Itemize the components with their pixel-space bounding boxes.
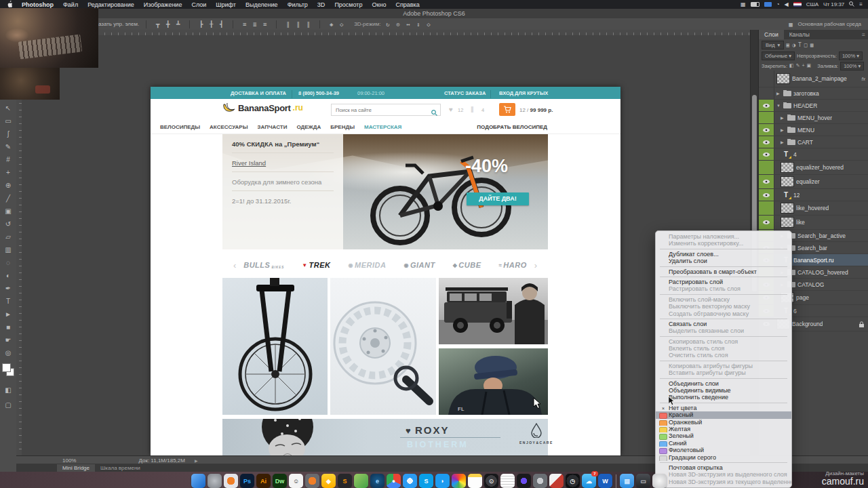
path-selection-tool[interactable]: ► bbox=[1, 308, 15, 321]
eye-visible-icon[interactable] bbox=[759, 136, 774, 148]
3d-scale-icon[interactable]: ◇ bbox=[424, 20, 433, 28]
layer-thumbnail[interactable] bbox=[781, 203, 794, 214]
brand-logo-giant[interactable]: ◉GIANT bbox=[403, 261, 435, 269]
menu-изображение[interactable]: Изображение bbox=[139, 1, 187, 8]
menu-шрифт[interactable]: Шрифт bbox=[211, 1, 241, 8]
layer-row-cart[interactable]: ▶CART bbox=[759, 136, 868, 148]
layer-row-header[interactable]: ▼HEADER bbox=[759, 100, 868, 112]
menu-item-объединить-видимые[interactable]: Объединить видимые bbox=[656, 387, 791, 394]
clone-stamp-tool[interactable]: ▣ bbox=[1, 205, 15, 218]
align-horizontal-centers-icon[interactable]: ╂ bbox=[207, 20, 216, 28]
brand-logo-merida[interactable]: ◉MERIDA bbox=[349, 261, 387, 269]
dock-icon-smiley-app[interactable]: ☺ bbox=[289, 474, 303, 488]
bottom-brand-banner[interactable]: ♥ ROXY BIOTHERM ENJOY&CARE bbox=[222, 419, 548, 455]
menu-item-объединить-слои[interactable]: Объединить слои bbox=[656, 380, 791, 387]
eye-hidden-box[interactable] bbox=[759, 112, 774, 123]
menu-item-зеленый[interactable]: Зеленый bbox=[656, 432, 791, 439]
3d-roll-icon[interactable]: ⊙ bbox=[393, 20, 402, 28]
input-language-label[interactable]: США bbox=[806, 1, 818, 7]
eyedropper-tool[interactable]: + bbox=[1, 166, 15, 179]
distribute-vertical-centers-icon[interactable]: ≣ bbox=[250, 20, 259, 28]
dock-icon-obs[interactable]: ⊙ bbox=[484, 474, 498, 488]
history-brush-tool[interactable]: ↺ bbox=[1, 218, 15, 230]
dock-icon-launchpad[interactable] bbox=[208, 474, 222, 488]
layer-row-equalizer-hovered[interactable]: equalizer_hovered bbox=[759, 161, 868, 175]
menu-photoshop[interactable]: Photoshop bbox=[17, 1, 58, 8]
dock-icon-photoshop[interactable]: Ps bbox=[240, 474, 254, 488]
site-nav-мастерская[interactable]: МАСТЕРСКАЯ bbox=[364, 124, 401, 130]
group-toggle-icon[interactable]: ▶ bbox=[781, 140, 785, 144]
quick-selection-tool[interactable]: ✎ bbox=[1, 140, 15, 153]
eye-visible-icon[interactable] bbox=[759, 124, 774, 136]
foreground-color-swatch[interactable] bbox=[2, 363, 11, 372]
cart-icon[interactable] bbox=[499, 103, 515, 116]
3d-pan-icon[interactable]: ↔ bbox=[403, 20, 412, 28]
menu-фильтр[interactable]: Фильтр bbox=[283, 1, 313, 8]
eye-visible-icon[interactable] bbox=[759, 189, 774, 201]
status-options-arrow-icon[interactable]: ▶ bbox=[195, 458, 198, 463]
shape-tool[interactable]: ■ bbox=[1, 321, 15, 333]
dock-icon-steering-app[interactable] bbox=[533, 474, 547, 488]
site-login-link[interactable]: ВХОД ДЛЯ КРУТЫХ bbox=[499, 90, 548, 96]
photo-man-in-cap[interactable]: FL bbox=[439, 348, 548, 415]
workspace-switcher[interactable]: ▦ Основная рабочая среда bbox=[786, 20, 861, 28]
clock-icon[interactable]: ◔ bbox=[776, 1, 780, 7]
menu-item-дубликат-слоев[interactable]: Дубликат слоев... bbox=[656, 251, 791, 258]
menu-item-выполнить-сведение[interactable]: Выполнить сведение bbox=[656, 394, 791, 401]
dock-icon-sketch[interactable]: ◆ bbox=[321, 474, 336, 488]
site-nav-бренды[interactable]: БРЕНДЫ bbox=[330, 124, 355, 130]
brand-logo-trek[interactable]: ▼TREK bbox=[302, 261, 330, 269]
screen-mode-icon[interactable]: ▢ bbox=[1, 399, 15, 411]
healing-brush-tool[interactable]: ⊕ bbox=[1, 179, 15, 192]
hand-tool[interactable]: ☛ bbox=[1, 333, 15, 346]
layer-row-menu[interactable]: ▶MENU bbox=[759, 124, 868, 136]
blend-mode-select[interactable]: Обычные ▾ bbox=[762, 52, 795, 60]
display-icon[interactable]: ▦ bbox=[741, 1, 746, 7]
filter-kind-select[interactable]: Вид▾ bbox=[762, 41, 784, 49]
dock-icon-leaf-app[interactable] bbox=[354, 474, 368, 488]
banner-cta-button[interactable]: ДАЙТЕ ДВА! bbox=[467, 192, 529, 205]
align-bottom-edges-icon[interactable]: ┻ bbox=[174, 20, 182, 28]
menubar-clock[interactable]: Чт 19:37 bbox=[823, 1, 844, 7]
dock-icon-cloud-app[interactable]: ☁7 bbox=[582, 474, 596, 488]
layer-row-menu-hover[interactable]: ▶MENU_hover bbox=[759, 112, 868, 124]
distribute-top-icon[interactable]: ≡ bbox=[240, 20, 249, 28]
notification-center-icon[interactable]: ≡ bbox=[859, 1, 863, 7]
volume-icon[interactable]: ◀ bbox=[784, 1, 788, 7]
menu-item-удалить-слои[interactable]: Удалить слои bbox=[656, 258, 791, 264]
tab-channels[interactable]: Каналы bbox=[784, 30, 815, 39]
align-top-edges-icon[interactable]: ┳ bbox=[153, 20, 162, 28]
product-photo-disc-brake[interactable] bbox=[330, 278, 436, 415]
type-tool[interactable]: T bbox=[1, 295, 15, 308]
lock-position-icon[interactable]: + bbox=[802, 63, 805, 68]
site-nav-аксессуары[interactable]: АКСЕССУАРЫ bbox=[210, 124, 248, 130]
dock-icon-camtasia[interactable] bbox=[224, 474, 238, 488]
product-photo-fork[interactable] bbox=[222, 278, 328, 415]
dock-icon-notes[interactable] bbox=[468, 474, 482, 488]
site-nav-cta[interactable]: ПОДОБРАТЬ ВЕЛОСИПЕД bbox=[477, 124, 547, 130]
dock-icon-dreamweaver[interactable]: Dw bbox=[273, 474, 287, 488]
layer-row-12[interactable]: T12 bbox=[759, 189, 868, 201]
menu-просмотр[interactable]: Просмотр bbox=[330, 1, 367, 8]
dock-icon-camtasia-2[interactable] bbox=[305, 474, 319, 488]
search-icon[interactable] bbox=[431, 106, 437, 119]
marquee-tool[interactable]: ▭ bbox=[1, 115, 15, 127]
color-swatches[interactable] bbox=[2, 363, 14, 375]
banner-brand-link[interactable]: River Island bbox=[232, 153, 334, 172]
tab-layers[interactable]: Слои bbox=[759, 30, 784, 39]
eraser-tool[interactable]: ▱ bbox=[1, 230, 15, 243]
distribute-left-icon[interactable]: ∥ bbox=[283, 20, 292, 28]
dock-icon-clock-app[interactable]: ◷ bbox=[566, 474, 580, 488]
layer-row-заготовка[interactable]: ▶заготовка bbox=[759, 87, 868, 100]
tab-mini-bridge[interactable]: Mini Bridge bbox=[57, 464, 95, 472]
crop-tool[interactable]: # bbox=[1, 153, 15, 166]
carousel-next-icon[interactable]: › bbox=[534, 260, 537, 270]
auto-align-layers-icon[interactable]: ◈ bbox=[327, 20, 336, 28]
tab-timeline[interactable]: Шкала времени bbox=[95, 464, 146, 472]
apple-menu-icon[interactable] bbox=[0, 1, 17, 8]
group-toggle-icon[interactable]: ▼ bbox=[776, 104, 781, 108]
group-toggle-icon[interactable]: ▶ bbox=[781, 127, 785, 132]
dock-icon-final-cut[interactable] bbox=[517, 474, 531, 488]
eye-hidden-box[interactable] bbox=[759, 201, 774, 215]
site-nav-одежда[interactable]: ОДЕЖДА bbox=[296, 124, 321, 130]
